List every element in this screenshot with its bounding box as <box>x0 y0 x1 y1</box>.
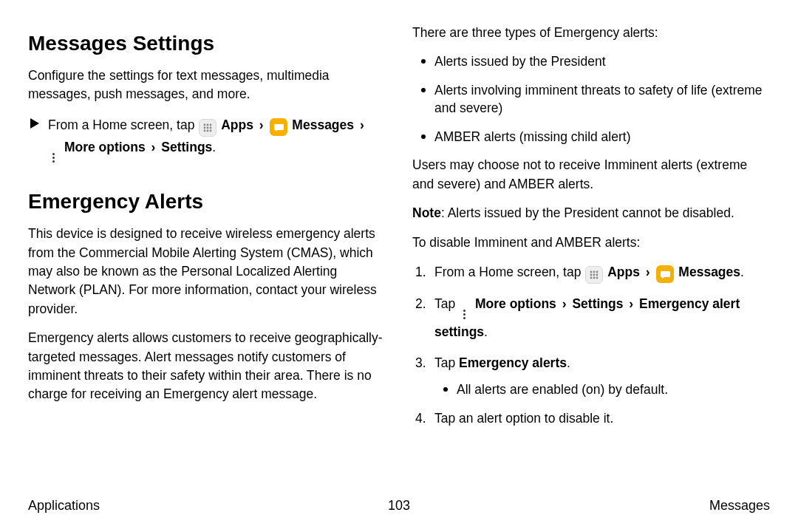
note-body: : Alerts issued by the President cannot … <box>441 205 734 220</box>
svg-point-16 <box>593 276 596 279</box>
chevron-right-icon: › <box>151 140 156 154</box>
heading-messages-settings: Messages Settings <box>28 28 386 59</box>
more-options-icon <box>49 149 58 166</box>
paragraph: Configure the settings for text messages… <box>28 66 386 104</box>
emergency-alerts-label: Emergency alerts <box>459 355 567 370</box>
chevron-right-icon: › <box>562 296 567 311</box>
list-item: Tap an alert option to disable it. <box>412 409 770 429</box>
left-column: Messages Settings Configure the settings… <box>28 24 386 488</box>
messages-icon <box>270 118 287 136</box>
svg-point-2 <box>210 123 212 126</box>
settings-label: Settings <box>572 296 623 311</box>
svg-point-1 <box>207 123 209 126</box>
footer-right: Messages <box>709 496 770 516</box>
svg-point-7 <box>207 129 209 132</box>
svg-point-4 <box>207 126 209 129</box>
page-number: 103 <box>388 496 410 516</box>
svg-point-0 <box>204 123 206 126</box>
more-options-label: More options <box>475 296 556 311</box>
paragraph: To disable Imminent and AMBER alerts: <box>412 233 770 252</box>
instruction-row: From a Home screen, tap Apps › Messa <box>28 115 386 166</box>
chevron-right-icon: › <box>629 296 633 311</box>
list-item: Tap More options › Settings › Emergency … <box>412 294 770 343</box>
text: Tap <box>434 355 459 370</box>
svg-point-11 <box>596 270 598 273</box>
list-item: From a Home screen, tap Apps › Messa <box>412 262 770 284</box>
paragraph: This device is designed to receive wirel… <box>28 225 386 318</box>
page-footer: Applications 103 Messages <box>28 496 770 516</box>
svg-point-5 <box>210 126 212 129</box>
paragraph: Users may choose not to receive Imminent… <box>412 156 770 194</box>
text: Tap <box>434 296 455 311</box>
apps-grid-icon <box>199 119 216 137</box>
svg-point-9 <box>590 270 593 273</box>
chevron-right-icon: › <box>646 265 650 279</box>
svg-point-3 <box>204 126 206 129</box>
more-options-label: More options <box>64 140 146 154</box>
messages-label: Messages <box>678 265 740 279</box>
svg-point-15 <box>590 276 593 279</box>
disable-steps: From a Home screen, tap Apps › Messa <box>412 262 770 429</box>
list-item: All alerts are enabled (on) by default. <box>437 381 770 399</box>
chevron-right-icon: › <box>259 117 264 132</box>
sub-list: All alerts are enabled (on) by default. <box>437 381 770 399</box>
right-column: There are three types of Emergency alert… <box>412 24 770 488</box>
svg-point-12 <box>590 273 593 276</box>
svg-point-17 <box>596 276 598 279</box>
list-item: Tap Emergency alerts. All alerts are ena… <box>412 353 770 399</box>
text: From a Home screen, tap <box>434 265 581 279</box>
instruction-body: From a Home screen, tap Apps › Messa <box>48 115 386 166</box>
list-item: Alerts involving imminent threats to saf… <box>412 81 770 117</box>
svg-point-8 <box>210 129 212 132</box>
svg-point-10 <box>593 270 596 273</box>
chevron-right-icon: › <box>360 117 364 132</box>
more-options-icon <box>460 306 468 322</box>
footer-left: Applications <box>28 496 100 516</box>
messages-label: Messages <box>292 117 354 132</box>
alert-types-list: Alerts issued by the President Alerts in… <box>412 52 770 146</box>
paragraph: There are three types of Emergency alert… <box>412 24 770 42</box>
list-item: AMBER alerts (missing child alert) <box>412 128 770 146</box>
apps-label: Apps <box>607 265 640 279</box>
paragraph: Emergency alerts allows customers to rec… <box>28 329 386 404</box>
text: From a Home screen, tap <box>48 117 194 132</box>
svg-point-14 <box>596 273 598 276</box>
play-arrow-icon <box>30 118 39 129</box>
list-item: Alerts issued by the President <box>412 52 770 71</box>
apps-grid-icon <box>585 266 603 284</box>
svg-point-6 <box>204 129 206 132</box>
note-label: Note <box>412 205 441 220</box>
messages-icon <box>656 265 674 283</box>
svg-point-13 <box>593 273 596 276</box>
apps-label: Apps <box>221 117 253 132</box>
heading-emergency-alerts: Emergency Alerts <box>28 186 386 217</box>
note-paragraph: Note: Alerts issued by the President can… <box>412 204 770 222</box>
settings-label: Settings <box>161 140 212 154</box>
